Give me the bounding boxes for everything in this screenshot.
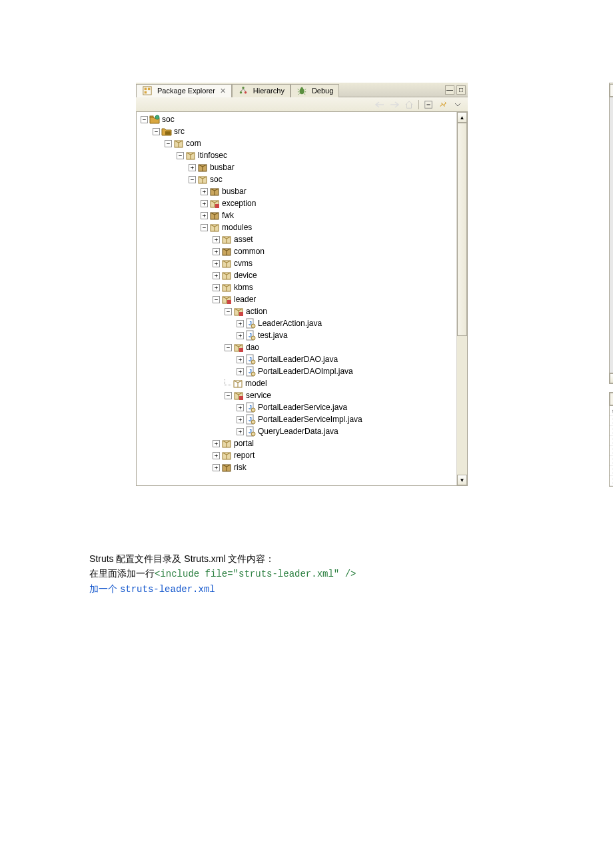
expander-icon[interactable]: − — [201, 224, 208, 231]
expander-icon[interactable]: + — [237, 428, 244, 435]
expander-icon[interactable]: − — [225, 308, 232, 315]
tab-package-explorer[interactable]: Package Explorer ✕ — [136, 84, 232, 97]
problems-row[interactable]: tomcat6Serve — [610, 406, 613, 416]
editor-tab[interactable]: H index.ter — [610, 84, 613, 97]
problems-row[interactable]: Hibernat — [610, 456, 613, 466]
tree-node[interactable]: +busbar — [137, 161, 456, 173]
expander-icon[interactable]: + — [213, 284, 220, 291]
tree-node[interactable]: −soc — [137, 113, 456, 125]
tree-node[interactable]: +portal — [137, 437, 456, 449]
expander-icon[interactable]: − — [141, 116, 148, 123]
tree-node[interactable]: −leader — [137, 293, 456, 305]
problems-row[interactable]: Hibernat — [610, 436, 613, 446]
collapse-all-button[interactable] — [422, 99, 435, 111]
tree-node[interactable]: model — [137, 377, 456, 389]
tab-label: Debug — [312, 87, 333, 95]
package-icon — [221, 258, 232, 269]
problems-row[interactable]: Hibernat — [610, 466, 613, 476]
expander-icon[interactable]: − — [189, 176, 196, 183]
expander-icon[interactable]: + — [201, 212, 208, 219]
expander-icon[interactable]: − — [177, 152, 184, 159]
tree-node[interactable]: +cvms — [137, 257, 456, 269]
tree-body[interactable]: −soc−src−com−ltinfosec+busbar−soc+busbar… — [137, 112, 456, 485]
expander-icon[interactable]: − — [165, 140, 172, 147]
close-icon[interactable]: ✕ — [220, 87, 226, 95]
vertical-scrollbar[interactable]: ▲ ▼ — [456, 112, 467, 485]
back-button[interactable] — [373, 99, 386, 111]
tree-node[interactable]: +JPortalLeaderDAOImpl.java — [137, 365, 456, 377]
minimize-button[interactable]: — — [445, 85, 454, 95]
tree-label: busbar — [210, 163, 235, 172]
tree-node[interactable]: −com — [137, 137, 456, 149]
tree-node[interactable]: +asset — [137, 233, 456, 245]
package-red-icon — [209, 198, 220, 209]
expander-icon[interactable]: + — [213, 236, 220, 243]
tab-debug[interactable]: Debug — [291, 84, 339, 97]
maximize-button[interactable]: □ — [456, 85, 466, 95]
problems-row[interactable]: Hibernat — [610, 476, 613, 486]
expander-icon[interactable]: + — [213, 452, 220, 459]
tree-node[interactable]: −action — [137, 305, 456, 317]
tree-node[interactable]: +JPortalLeaderServiceImpl.java — [137, 413, 456, 425]
expander-icon[interactable]: + — [237, 416, 244, 423]
tree-node[interactable]: −dao — [137, 341, 456, 353]
tab-problems[interactable]: ! Problems — [610, 393, 613, 405]
expander-icon[interactable]: + — [213, 440, 220, 447]
forward-button[interactable] — [388, 99, 401, 111]
tree-node[interactable]: +exception — [137, 197, 456, 209]
tree-node[interactable]: +common — [137, 245, 456, 257]
tree-node[interactable]: +JPortalLeaderService.java — [137, 401, 456, 413]
expander-icon[interactable]: + — [237, 356, 244, 363]
home-button[interactable] — [402, 99, 416, 111]
expander-icon[interactable]: + — [213, 464, 220, 471]
expander-icon[interactable]: − — [153, 128, 160, 135]
tree-node[interactable]: +JPortalLeaderDAO.java — [137, 353, 456, 365]
tree-label: PortalLeaderDAOImpl.java — [258, 367, 353, 376]
tree-node[interactable]: +busbar — [137, 185, 456, 197]
scroll-thumb[interactable] — [457, 123, 467, 336]
tree-node[interactable]: −src — [137, 125, 456, 137]
scroll-track[interactable] — [457, 336, 467, 475]
expander-icon[interactable]: − — [213, 296, 220, 303]
editor-body[interactable]: //////////////////////// — [609, 97, 613, 373]
scroll-up-button[interactable]: ▲ — [457, 112, 467, 123]
tree-node[interactable]: −service — [137, 389, 456, 401]
problems-row[interactable]: Hibernat — [610, 426, 613, 436]
expander-icon[interactable]: + — [213, 260, 220, 267]
expander-icon[interactable]: + — [237, 320, 244, 327]
expander-icon[interactable]: + — [213, 272, 220, 279]
package-brown-icon — [209, 186, 220, 197]
tree-node[interactable]: −modules — [137, 221, 456, 233]
problems-content[interactable]: tomcat6ServeHibernatHibernatHibernatHibe… — [610, 406, 613, 486]
scroll-left-button[interactable]: ◀ — [610, 373, 613, 383]
view-menu-button[interactable] — [451, 99, 464, 111]
expander-icon[interactable]: − — [225, 344, 232, 351]
expander-icon[interactable]: + — [237, 404, 244, 411]
tree-node[interactable]: +Jtest.java — [137, 329, 456, 341]
expander-icon[interactable]: + — [201, 200, 208, 207]
tree-node[interactable]: +risk — [137, 461, 456, 473]
tree-label: device — [234, 271, 257, 280]
tree-node[interactable]: +JLeaderAction.java — [137, 317, 456, 329]
package-icon — [173, 138, 184, 149]
tree-node[interactable]: +kbms — [137, 281, 456, 293]
tab-hierarchy[interactable]: Hierarchy — [232, 84, 291, 97]
tree-node[interactable]: +JQueryLeaderData.java — [137, 425, 456, 437]
tree-node[interactable]: +device — [137, 269, 456, 281]
tree-node[interactable]: −ltinfosec — [137, 149, 456, 161]
horizontal-scrollbar[interactable]: ◀ — [609, 373, 613, 384]
expander-icon[interactable]: + — [237, 332, 244, 339]
expander-icon[interactable]: + — [237, 368, 244, 375]
problems-row[interactable]: Hibernat — [610, 446, 613, 456]
java-icon: J — [245, 318, 256, 329]
problems-row[interactable]: Hibernat — [610, 416, 613, 426]
tree-node[interactable]: +fwk — [137, 209, 456, 221]
tree-node[interactable]: +report — [137, 449, 456, 461]
tree-node[interactable]: −soc — [137, 173, 456, 185]
link-editor-button[interactable] — [436, 99, 450, 111]
expander-icon[interactable]: − — [225, 392, 232, 399]
scroll-down-button[interactable]: ▼ — [457, 475, 467, 485]
expander-icon[interactable]: + — [213, 248, 220, 255]
expander-icon[interactable]: + — [189, 164, 196, 171]
expander-icon[interactable]: + — [201, 188, 208, 195]
